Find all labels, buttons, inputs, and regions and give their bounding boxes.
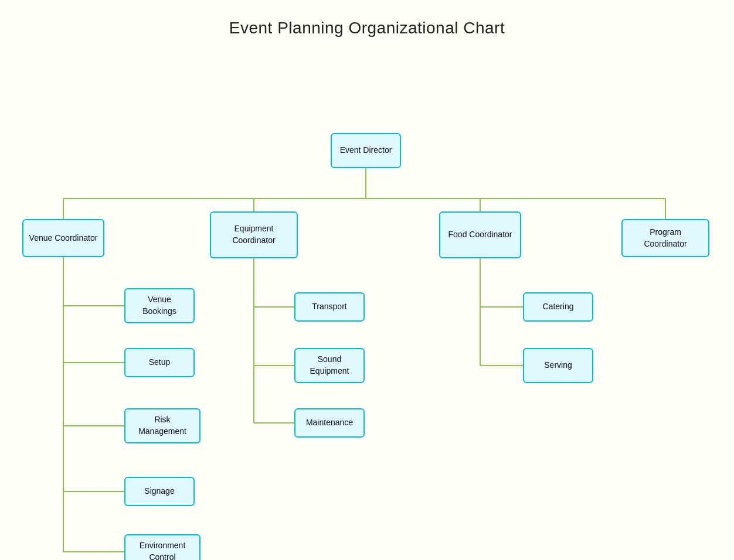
node-program-coordinator: Program Coordinator — [621, 219, 709, 257]
node-food-coordinator: Food Coordinator — [439, 211, 521, 258]
node-event-director: Event Director — [331, 133, 401, 168]
node-venue-coordinator: Venue Coordinator — [22, 219, 104, 257]
connectors-svg — [0, 49, 734, 560]
node-equipment-coordinator: Equipment Coordinator — [210, 211, 298, 258]
node-venue-bookings: Venue Bookings — [124, 288, 195, 323]
node-maintenance: Maintenance — [294, 408, 365, 438]
chart-area: Event Director Venue Coordinator Equipme… — [0, 49, 734, 560]
page: Event Planning Organizational Chart — [0, 0, 734, 560]
node-catering: Catering — [523, 292, 593, 322]
node-transport: Transport — [294, 292, 365, 322]
node-environment-control: Environment Control — [124, 534, 201, 560]
node-sound-equipment: Sound Equipment — [294, 348, 365, 383]
page-title: Event Planning Organizational Chart — [0, 0, 734, 49]
node-setup: Setup — [124, 348, 195, 377]
node-risk-management: Risk Management — [124, 408, 201, 443]
node-signage: Signage — [124, 477, 195, 506]
node-serving: Serving — [523, 348, 593, 383]
